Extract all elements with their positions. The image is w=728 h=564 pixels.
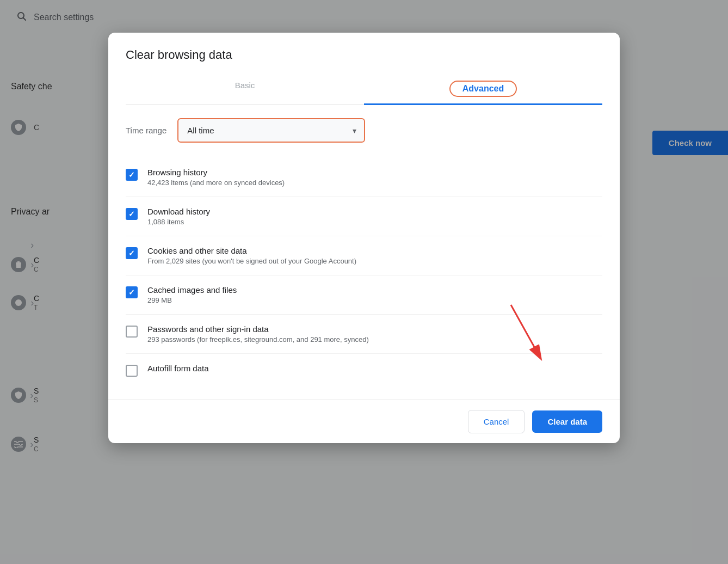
- passwords-text: Passwords and other sign-in data 293 pas…: [147, 324, 369, 344]
- time-range-select-wrapper[interactable]: Last hour Last 24 hours Last 7 days Last…: [177, 118, 365, 143]
- passwords-title: Passwords and other sign-in data: [147, 324, 369, 334]
- browsing-history-subtitle: 42,423 items (and more on synced devices…: [147, 179, 285, 187]
- cached-checkbox[interactable]: [126, 286, 138, 298]
- list-item: Cached images and files 299 MB: [126, 275, 602, 315]
- dialog-footer: Cancel Clear data: [108, 400, 620, 443]
- browsing-history-title: Browsing history: [147, 168, 285, 177]
- cached-subtitle: 299 MB: [147, 296, 237, 304]
- cached-title: Cached images and files: [147, 285, 237, 295]
- cached-text: Cached images and files 299 MB: [147, 285, 237, 304]
- autofill-checkbox[interactable]: [126, 365, 138, 377]
- list-item: Cookies and other site data From 2,029 s…: [126, 236, 602, 275]
- tabs-container: Basic Advanced: [126, 73, 602, 105]
- chevron-down-icon: ▾: [353, 126, 364, 135]
- download-history-title: Download history: [147, 207, 210, 216]
- download-history-text: Download history 1,088 items: [147, 207, 210, 226]
- checkbox-list: Browsing history 42,423 items (and more …: [126, 158, 602, 387]
- cookies-checkbox[interactable]: [126, 247, 138, 259]
- passwords-subtitle: 293 passwords (for freepik.es, sitegroun…: [147, 335, 369, 344]
- dialog-title: Clear browsing data: [126, 48, 602, 62]
- list-item: Download history 1,088 items: [126, 197, 602, 236]
- list-item: Passwords and other sign-in data 293 pas…: [126, 315, 602, 354]
- cookies-subtitle: From 2,029 sites (you won't be signed ou…: [147, 257, 356, 265]
- list-item: Autofill form data: [126, 354, 602, 387]
- clear-browsing-data-dialog: Clear browsing data Basic Advanced Time …: [108, 33, 620, 443]
- dialog-body: Time range Last hour Last 24 hours Last …: [108, 105, 620, 400]
- cancel-button[interactable]: Cancel: [468, 410, 525, 433]
- tab-basic[interactable]: Basic: [126, 73, 364, 105]
- autofill-title: Autofill form data: [147, 364, 209, 373]
- passwords-checkbox[interactable]: [126, 326, 138, 338]
- dialog-header: Clear browsing data Basic Advanced: [108, 33, 620, 105]
- list-item: Browsing history 42,423 items (and more …: [126, 158, 602, 197]
- download-history-checkbox[interactable]: [126, 208, 138, 220]
- time-range-select[interactable]: Last hour Last 24 hours Last 7 days Last…: [178, 119, 353, 142]
- cookies-text: Cookies and other site data From 2,029 s…: [147, 246, 356, 265]
- browsing-history-text: Browsing history 42,423 items (and more …: [147, 168, 285, 187]
- time-range-label: Time range: [126, 126, 166, 135]
- clear-data-button[interactable]: Clear data: [532, 410, 602, 433]
- cookies-title: Cookies and other site data: [147, 246, 356, 255]
- browsing-history-checkbox[interactable]: [126, 169, 138, 181]
- time-range-row: Time range Last hour Last 24 hours Last …: [126, 118, 602, 143]
- modal-overlay: Clear browsing data Basic Advanced Time …: [0, 0, 728, 564]
- tab-advanced[interactable]: Advanced: [364, 73, 602, 105]
- autofill-text: Autofill form data: [147, 364, 209, 373]
- advanced-badge: Advanced: [449, 81, 517, 97]
- download-history-subtitle: 1,088 items: [147, 218, 210, 226]
